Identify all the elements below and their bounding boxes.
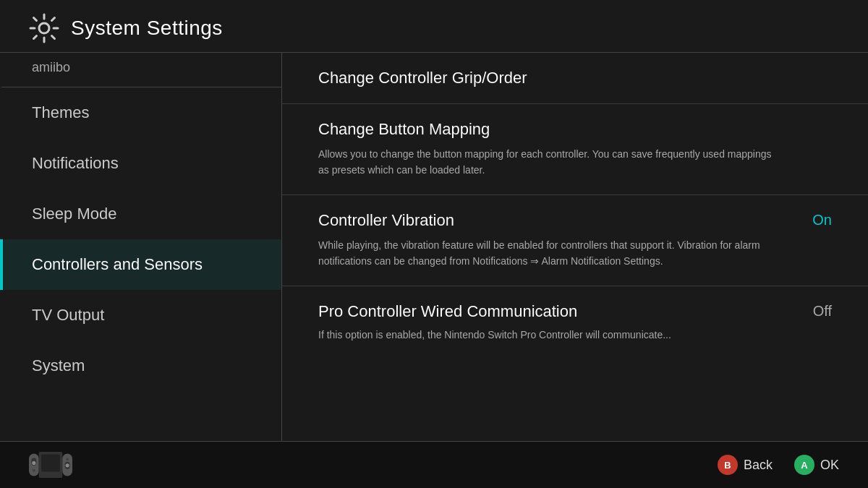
switch-console-icon (29, 452, 72, 478)
svg-line-5 (34, 18, 37, 21)
main-layout: amiibo Themes Notifications Sleep Mode C… (0, 53, 868, 447)
vibration-status: On (812, 212, 832, 228)
content-item-pro-controller-wired[interactable]: Pro Controller Wired Communication Off I… (282, 286, 868, 350)
sidebar-item-amiibo[interactable]: amiibo (0, 53, 281, 87)
b-button-icon: B (718, 455, 738, 475)
back-button[interactable]: B Back (718, 455, 773, 475)
svg-line-6 (52, 36, 55, 39)
svg-point-17 (66, 463, 69, 467)
svg-line-8 (34, 36, 37, 39)
gear-icon (29, 13, 59, 43)
sidebar-item-sleep-mode[interactable]: Sleep Mode (0, 189, 281, 239)
svg-point-18 (66, 458, 69, 461)
svg-point-12 (33, 469, 35, 472)
svg-line-7 (52, 18, 55, 21)
content-item-change-button-mapping[interactable]: Change Button Mapping Allows you to chan… (282, 104, 868, 195)
sidebar-item-controllers-and-sensors[interactable]: Controllers and Sensors (0, 239, 281, 290)
footer: B Back A OK (0, 441, 868, 488)
header: System Settings (0, 0, 868, 53)
svg-point-11 (32, 461, 35, 465)
footer-controls: B Back A OK (718, 455, 839, 475)
sidebar-item-system[interactable]: System (0, 341, 281, 391)
sidebar-item-notifications[interactable]: Notifications (0, 138, 281, 189)
ok-button[interactable]: A OK (794, 455, 839, 475)
svg-point-0 (39, 23, 49, 33)
sidebar-item-tv-output[interactable]: TV Output (0, 290, 281, 341)
page-title: System Settings (71, 17, 223, 40)
svg-rect-14 (41, 454, 60, 471)
content-item-change-controller-grip[interactable]: Change Controller Grip/Order (282, 53, 868, 104)
sidebar-item-themes[interactable]: Themes (0, 87, 281, 138)
a-button-icon: A (794, 455, 814, 475)
sidebar: amiibo Themes Notifications Sleep Mode C… (0, 53, 282, 447)
wired-status: Off (813, 303, 832, 320)
content-panel: Change Controller Grip/Order Change Butt… (282, 53, 868, 447)
console-icon-area (29, 452, 72, 478)
content-item-controller-vibration[interactable]: Controller Vibration On While playing, t… (282, 195, 868, 286)
